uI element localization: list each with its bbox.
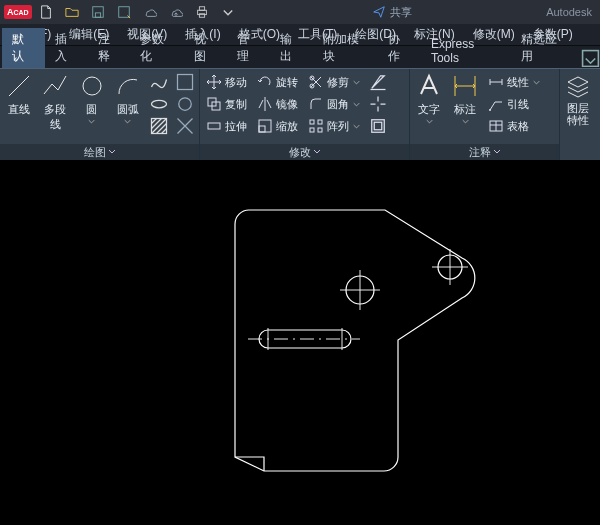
- model-drawing: [0, 160, 600, 525]
- panel-draw: 直线 多段线 圆 圆弧: [0, 69, 200, 160]
- chevron-down-icon: [124, 119, 131, 124]
- cmd-hatch-icon[interactable]: [149, 116, 169, 136]
- cmd-line[interactable]: 直线: [4, 72, 34, 144]
- cmd-arc[interactable]: 圆弧: [113, 72, 143, 144]
- print-icon[interactable]: [192, 2, 212, 22]
- cmd-scale[interactable]: 缩放: [255, 116, 300, 136]
- svg-rect-4: [199, 7, 204, 11]
- cmd-explode-icon[interactable]: [368, 94, 388, 114]
- cmd-stretch[interactable]: 拉伸: [204, 116, 249, 136]
- cmd-line-label: 直线: [8, 102, 30, 117]
- cmd-offset-icon[interactable]: [368, 116, 388, 136]
- title-bar: ACAD 共享 Autodesk: [0, 0, 600, 24]
- qat-dropdown-icon[interactable]: [218, 2, 238, 22]
- share-label: 共享: [390, 5, 412, 20]
- cmd-text-label: 文字: [418, 102, 440, 117]
- svg-point-8: [152, 100, 167, 108]
- panel-annot-title[interactable]: 注释: [410, 144, 559, 160]
- cmd-layer-label: 图层 特性: [564, 102, 592, 126]
- cmd-rotate[interactable]: 旋转: [255, 72, 300, 92]
- panel-modify: 移动 复制 拉伸 旋转 镜像 缩放 修剪 圆角 阵列 修改: [200, 69, 410, 160]
- cmd-trim[interactable]: 修剪: [306, 72, 362, 92]
- cmd-leader[interactable]: 引线: [486, 94, 542, 114]
- panel-layer: 图层 特性 .: [560, 69, 596, 160]
- tab-annotate[interactable]: 注释: [88, 28, 131, 68]
- drawing-canvas[interactable]: [0, 160, 600, 525]
- cmd-spline-icon[interactable]: [149, 72, 169, 92]
- cmd-polyline-label: 多段线: [40, 102, 70, 132]
- tab-manage[interactable]: 管理: [227, 28, 270, 68]
- quick-access-toolbar: [36, 2, 238, 22]
- tab-addins[interactable]: 附加模块: [313, 28, 379, 68]
- svg-rect-10: [178, 75, 193, 90]
- tab-collab[interactable]: 协作: [378, 28, 421, 68]
- tab-default[interactable]: 默认: [2, 28, 45, 68]
- cmd-circle-label: 圆: [86, 102, 97, 117]
- tab-overflow-icon[interactable]: [581, 48, 600, 68]
- cmd-mirror[interactable]: 镜像: [255, 94, 300, 114]
- cmd-move[interactable]: 移动: [204, 72, 249, 92]
- app-badge: ACAD: [4, 5, 32, 19]
- svg-point-11: [179, 98, 192, 111]
- panel-draw-title[interactable]: 绘图: [0, 144, 199, 160]
- draw-more2-icon[interactable]: [175, 94, 195, 114]
- draw-more1-icon[interactable]: [175, 72, 195, 92]
- svg-rect-21: [310, 128, 314, 132]
- svg-rect-14: [208, 123, 220, 129]
- svg-rect-22: [318, 128, 322, 132]
- cloud-save-icon[interactable]: [166, 2, 186, 22]
- tab-featured[interactable]: 精选应用: [511, 28, 577, 68]
- cmd-arc-label: 圆弧: [117, 102, 139, 117]
- svg-rect-0: [92, 7, 103, 18]
- ribbon: 直线 多段线 圆 圆弧: [0, 68, 600, 160]
- tab-insert[interactable]: 插入: [45, 28, 88, 68]
- tab-parametric[interactable]: 参数化: [130, 28, 184, 68]
- draw-more3-icon[interactable]: [175, 116, 195, 136]
- cmd-table[interactable]: 表格: [486, 116, 542, 136]
- open-folder-icon[interactable]: [62, 2, 82, 22]
- cmd-array[interactable]: 阵列: [306, 116, 362, 136]
- panel-modify-title[interactable]: 修改: [200, 144, 409, 160]
- cmd-copy[interactable]: 复制: [204, 94, 249, 114]
- svg-point-25: [489, 109, 491, 111]
- save-icon[interactable]: [88, 2, 108, 22]
- cmd-dimension[interactable]: 标注: [450, 72, 480, 144]
- cmd-circle[interactable]: 圆: [77, 72, 107, 144]
- cmd-fillet[interactable]: 圆角: [306, 94, 362, 114]
- cmd-layer-properties[interactable]: 图层 特性: [564, 72, 592, 144]
- panel-annotation: 文字 标注 线性 引线 表格 注释: [410, 69, 560, 160]
- svg-rect-24: [374, 122, 382, 130]
- svg-rect-15: [259, 126, 265, 132]
- cmd-ellipse-icon[interactable]: [149, 94, 169, 114]
- title-share[interactable]: 共享: [238, 5, 546, 20]
- tab-output[interactable]: 输出: [270, 28, 313, 68]
- svg-point-7: [83, 77, 101, 95]
- chevron-down-icon: [88, 119, 95, 124]
- cmd-polyline[interactable]: 多段线: [40, 72, 70, 144]
- saveas-icon[interactable]: [114, 2, 134, 22]
- ribbon-tabs: 默认 插入 注释 参数化 视图 管理 输出 附加模块 协作 Express To…: [0, 46, 600, 68]
- cmd-erase-icon[interactable]: [368, 72, 388, 92]
- svg-rect-19: [310, 120, 314, 124]
- brand-label: Autodesk: [546, 6, 596, 18]
- cmd-dim-label: 标注: [454, 102, 476, 117]
- tab-express[interactable]: Express Tools: [421, 34, 512, 68]
- svg-rect-1: [95, 13, 100, 17]
- new-file-icon[interactable]: [36, 2, 56, 22]
- cmd-text[interactable]: 文字: [414, 72, 444, 144]
- cloud-open-icon[interactable]: [140, 2, 160, 22]
- share-icon: [372, 5, 386, 19]
- cmd-linear-dim[interactable]: 线性: [486, 72, 542, 92]
- svg-rect-20: [318, 120, 322, 124]
- tab-view[interactable]: 视图: [184, 28, 227, 68]
